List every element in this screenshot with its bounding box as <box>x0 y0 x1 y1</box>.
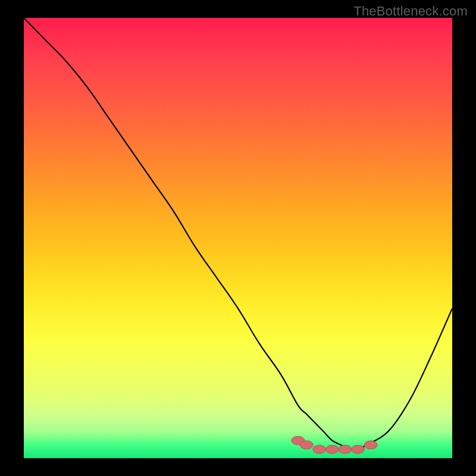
plot-area <box>24 18 452 458</box>
chart-stage: TheBottleneck.com <box>0 0 476 476</box>
data-marker <box>339 445 352 453</box>
marker-layer <box>24 18 452 458</box>
data-marker <box>300 441 313 449</box>
data-marker <box>313 445 326 453</box>
data-marker <box>352 445 365 453</box>
watermark-text: TheBottleneck.com <box>353 4 468 19</box>
data-marker <box>364 441 377 449</box>
data-marker <box>325 445 339 453</box>
